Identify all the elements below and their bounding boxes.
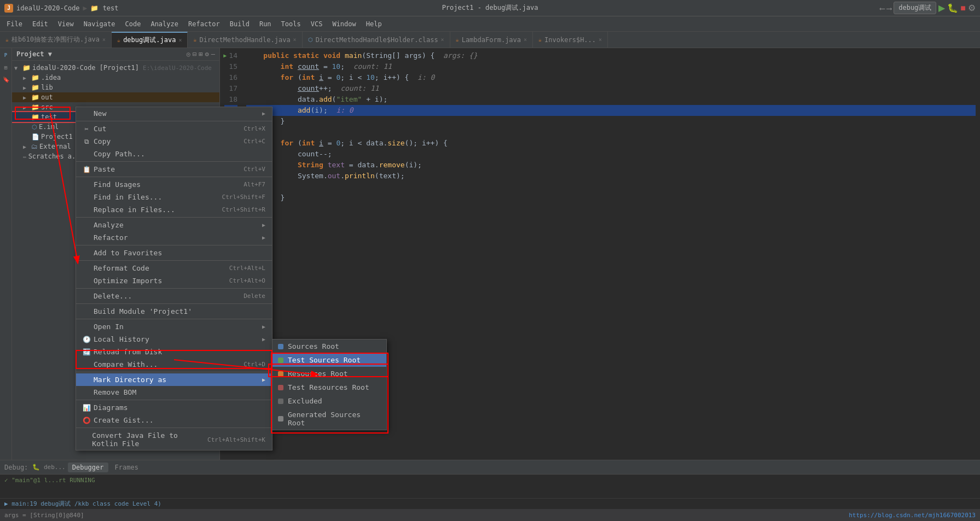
favorites-icon — [83, 249, 90, 257]
ctx-sep3 — [76, 177, 272, 177]
status-right[interactable]: https://blog.csdn.net/mjh1667002013 — [849, 512, 976, 519]
close-icon-dm[interactable]: × — [293, 37, 297, 43]
excluded-dot — [278, 399, 283, 404]
tab-invokers[interactable]: ☕ Invokers$H... × — [533, 32, 608, 48]
kotlin-icon — [83, 436, 89, 443]
submenu-test-sources-root[interactable]: Test Sources Root — [272, 353, 386, 367]
ctx-create-gist[interactable]: ⭕ Create Gist... — [76, 414, 272, 426]
ctx-add-favorites[interactable]: Add to Favorites — [76, 247, 272, 259]
ctx-copy-path[interactable]: Copy Path... — [76, 148, 272, 160]
ctx-delete[interactable]: Delete... Delete — [76, 290, 272, 302]
close-icon[interactable]: × — [102, 37, 106, 43]
tab-jianqian[interactable]: ☕ 桂b610抽签去净围行动.java × — [0, 32, 112, 48]
menu-item-window[interactable]: Window — [328, 19, 360, 29]
tree-arrow-root: ▼ — [14, 65, 21, 71]
ctx-reload[interactable]: 🔄 Reload from Disk — [76, 346, 272, 358]
menu-item-analyze[interactable]: Analyze — [146, 19, 183, 29]
close-icon-invokers[interactable]: × — [599, 37, 602, 43]
ctx-diagrams[interactable]: 📊 Diagrams — [76, 401, 272, 414]
ctx-convert-kotlin[interactable]: Convert Java File to Kotlin File Ctrl+Al… — [76, 429, 272, 450]
menu-item-run[interactable]: Run — [255, 19, 276, 29]
gist-icon: ⭕ — [83, 417, 90, 424]
close-icon-lambda[interactable]: × — [524, 37, 527, 43]
remove-bom-icon — [83, 389, 90, 396]
close-icon-class[interactable]: × — [441, 37, 444, 43]
menu-item-code[interactable]: Code — [121, 19, 146, 29]
tab-label-invokers: Invokers$H... — [544, 36, 596, 44]
run-config-label[interactable]: debug调试 — [894, 2, 936, 14]
tab-dmholder[interactable]: ⬡ DirectMethodHandle$Holder.class × — [303, 32, 450, 48]
nav-back-icon[interactable]: ⟵ — [880, 4, 884, 13]
tree-item-out[interactable]: ▶ 📁 out — [12, 92, 219, 102]
ctx-new-icon — [83, 110, 90, 118]
run-button[interactable]: ▶ — [938, 3, 945, 13]
menu-item-refactor[interactable]: Refactor — [184, 19, 224, 29]
tree-item-lib[interactable]: ▶ 📁 lib — [12, 83, 219, 92]
ctx-replace-files[interactable]: Replace in Files... Ctrl+Shift+R — [76, 203, 272, 216]
tree-label-src: src — [41, 103, 53, 111]
tab-lambda[interactable]: ☕ LambdaForm.java × — [450, 32, 533, 48]
minimize-panel-icon[interactable]: — — [211, 50, 215, 58]
menu-item-navigate[interactable]: Navigate — [79, 19, 120, 29]
expand-all-icon[interactable]: ⊞ — [199, 50, 202, 58]
breadcrumb-folder: 📁 test — [90, 4, 118, 12]
history-icon: 🕐 — [83, 336, 90, 343]
ctx-compare[interactable]: Compare With... Ctrl+D — [76, 358, 272, 371]
menu-item-build[interactable]: Build — [225, 19, 254, 29]
submenu-generated-sources[interactable]: Generated Sources Root — [272, 408, 386, 430]
ctx-find-usages[interactable]: Find Usages Alt+F7 — [76, 178, 272, 191]
ctx-build-module[interactable]: Build Module 'Project1' — [76, 305, 272, 318]
menu-item-edit[interactable]: Edit — [28, 19, 53, 29]
project-panel-toggle[interactable]: P — [1, 50, 11, 60]
frames-tab[interactable]: Frames — [111, 463, 143, 472]
ctx-local-history[interactable]: 🕐 Local History ▶ — [76, 333, 272, 346]
close-icon-debug[interactable]: × — [178, 37, 182, 43]
tree-arrow-out: ▶ — [23, 95, 30, 101]
stop-button[interactable]: ■ — [960, 3, 966, 13]
ctx-paste[interactable]: 📋 Paste Ctrl+V — [76, 163, 272, 175]
menu-item-help[interactable]: Help — [362, 19, 386, 29]
tab-debug[interactable]: ☕ debug调试.java × — [112, 32, 188, 48]
submenu-excluded[interactable]: Excluded — [272, 394, 386, 408]
bookmark-icon[interactable]: 🔖 — [1, 74, 11, 84]
submenu-sources-root[interactable]: Sources Root — [272, 339, 386, 353]
ctx-cut[interactable]: ✂ Cut Ctrl+X — [76, 122, 272, 135]
settings-icon[interactable]: ⚙ — [968, 3, 976, 13]
tree-root[interactable]: ▼ 📁 idealU-2020-Code [Project1] E:\ideal… — [12, 63, 219, 73]
collapse-all-icon[interactable]: ⊟ — [193, 50, 196, 58]
menu-item-vcs[interactable]: VCS — [306, 19, 327, 29]
menu-item-tools[interactable]: Tools — [277, 19, 305, 29]
ctx-optimize[interactable]: Optimize Imports Ctrl+Alt+O — [76, 274, 272, 287]
excluded-label: Excluded — [288, 397, 322, 405]
ctx-copy[interactable]: ⧉ Copy Ctrl+C — [76, 135, 272, 148]
debugger-tab[interactable]: Debugger — [68, 463, 108, 472]
tree-label-eiml: E.iml — [39, 123, 59, 131]
title-bar: J idealU-2020-Code ▶ 📁 test ⟵ ⟶ debug调试 … — [0, 0, 980, 16]
find-files-icon — [83, 194, 90, 201]
ctx-mark-directory[interactable]: Mark Directory as ▶ — [76, 373, 272, 386]
tab-icon-invokers: ☕ — [538, 37, 542, 43]
tab-icon-class: ⬡ — [308, 37, 313, 43]
ctx-find-files[interactable]: Find in Files... Ctrl+Shift+F — [76, 191, 272, 203]
debug-button[interactable]: 🐛 — [947, 3, 958, 13]
nav-forward-icon[interactable]: ⟶ — [887, 4, 891, 13]
tab-directmethod[interactable]: ☕ DirectMethodHandle.java × — [188, 32, 302, 48]
submenu-test-resources-root[interactable]: Test Resources Root — [272, 380, 386, 394]
ctx-refactor[interactable]: Refactor ▶ — [76, 231, 272, 244]
refactor-icon — [83, 234, 90, 242]
ctx-remove-bom[interactable]: Remove BOM — [76, 386, 272, 399]
locate-icon[interactable]: ◎ — [187, 50, 190, 58]
ctx-analyze[interactable]: Analyze ▶ — [76, 219, 272, 231]
structure-icon[interactable]: ⊞ — [1, 62, 11, 72]
tree-label-test: test — [41, 113, 57, 121]
submenu-resources-root[interactable]: Resources Root — [272, 367, 386, 380]
ctx-reformat[interactable]: Reformat Code Ctrl+Alt+L — [76, 262, 272, 274]
menu-item-file[interactable]: File — [2, 19, 27, 29]
ctx-open-in[interactable]: Open In ▶ — [76, 320, 272, 333]
ctx-refactor-arrow: ▶ — [262, 235, 265, 241]
ctx-new[interactable]: New ▶ — [76, 107, 272, 120]
settings-panel-icon[interactable]: ⚙ — [205, 50, 209, 58]
menu-item-view[interactable]: View — [54, 19, 78, 29]
tree-item-idea[interactable]: ▶ 📁 .idea — [12, 73, 219, 83]
debug-tab-label: Debug: — [2, 464, 30, 471]
